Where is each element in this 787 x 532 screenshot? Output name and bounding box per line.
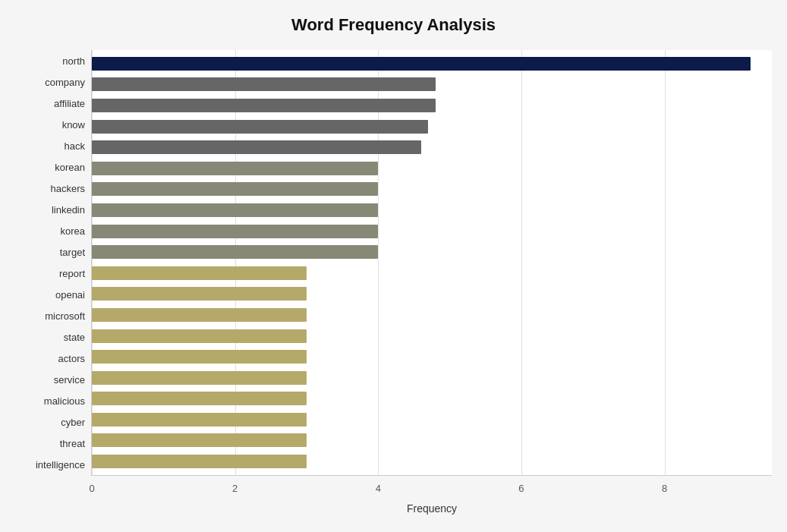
- bar: [92, 392, 307, 405]
- y-label: cyber: [61, 414, 85, 431]
- y-label: intelligence: [36, 457, 85, 474]
- y-label: hack: [65, 137, 85, 154]
- bar-row: [92, 328, 772, 345]
- bar: [92, 350, 307, 364]
- bar-row: [92, 453, 772, 470]
- bar: [92, 455, 307, 468]
- y-label: north: [62, 52, 85, 69]
- bar: [92, 162, 378, 175]
- x-tick-label: 2: [232, 483, 238, 494]
- bar: [92, 77, 436, 91]
- y-label: threat: [60, 436, 85, 452]
- x-tick-label: 4: [376, 483, 381, 494]
- y-label: korea: [60, 222, 85, 239]
- bar-row: [92, 97, 772, 114]
- bar-row: [92, 348, 772, 365]
- y-label: company: [45, 74, 85, 90]
- bar-row: [92, 370, 772, 386]
- y-label: openai: [55, 287, 85, 304]
- y-label: korean: [55, 159, 85, 175]
- bar-row: [92, 307, 772, 323]
- bar: [92, 182, 378, 196]
- bar: [92, 329, 307, 343]
- bar: [92, 140, 421, 154]
- y-label: actors: [58, 351, 85, 367]
- bar: [92, 99, 436, 112]
- bar-row: [92, 118, 772, 135]
- y-label: microsoft: [45, 308, 85, 325]
- bar: [92, 203, 378, 217]
- bar: [92, 120, 428, 134]
- bar-row: [92, 55, 772, 72]
- y-label: affiliate: [54, 95, 85, 112]
- y-label: malicious: [44, 393, 85, 410]
- y-label: state: [64, 329, 85, 346]
- bar-row: [92, 285, 772, 302]
- y-label: target: [60, 244, 85, 260]
- bar-row: [92, 244, 772, 260]
- bar: [92, 308, 307, 322]
- bar: [92, 433, 307, 447]
- bar-row: [92, 181, 772, 197]
- x-tick-label: 8: [662, 483, 667, 494]
- y-label: report: [59, 265, 85, 282]
- x-axis-title: Frequency: [407, 502, 457, 515]
- bar: [92, 245, 378, 259]
- bar-row: [92, 223, 772, 240]
- x-tick-label: 0: [89, 483, 94, 494]
- bar-row: [92, 160, 772, 177]
- bar: [92, 371, 307, 385]
- bar-row: [92, 139, 772, 156]
- chart-container: Word Frequency Analysis northcompanyaffi…: [0, 0, 787, 532]
- bar: [92, 287, 307, 301]
- bar-row: [92, 411, 772, 428]
- chart-title: Word Frequency Analysis: [15, 15, 772, 35]
- y-label: know: [62, 116, 85, 133]
- bar-row: [92, 390, 772, 407]
- bar: [92, 266, 307, 280]
- y-axis: northcompanyaffiliateknowhackkoreanhacke…: [15, 50, 91, 476]
- chart-area: northcompanyaffiliateknowhackkoreanhacke…: [15, 50, 772, 476]
- bar-row: [92, 265, 772, 282]
- bar-row: [92, 432, 772, 449]
- bar: [92, 225, 378, 238]
- bars-wrapper: [92, 50, 772, 475]
- y-label: linkedin: [52, 201, 85, 218]
- x-tick-label: 6: [518, 483, 524, 494]
- bar-row: [92, 76, 772, 93]
- y-label: hackers: [50, 180, 85, 197]
- bar: [92, 57, 751, 71]
- y-label: service: [54, 372, 85, 389]
- plot-area: 02468 Frequency: [91, 50, 772, 476]
- bar: [92, 413, 307, 427]
- bar-row: [92, 202, 772, 219]
